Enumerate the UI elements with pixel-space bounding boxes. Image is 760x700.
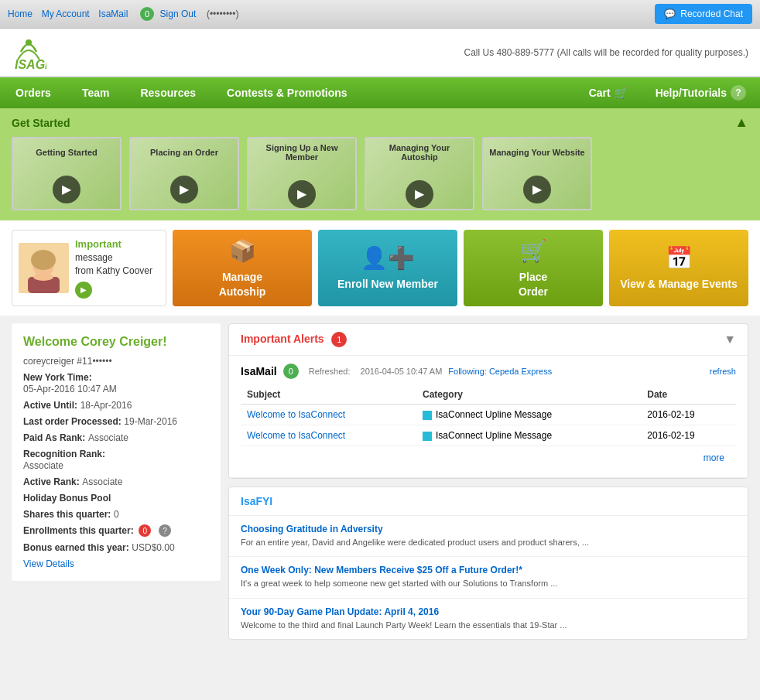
nav-right: Cart 🛒 Help/Tutorials ? bbox=[575, 77, 760, 108]
fyi-item: Your 90-Day Game Plan Update: April 4, 2… bbox=[229, 599, 748, 639]
signout-link[interactable]: Sign Out bbox=[160, 9, 197, 19]
col-subject: Subject bbox=[241, 385, 416, 405]
email-subject-1[interactable]: Welcome to IsaConnect bbox=[247, 430, 345, 441]
right-content: Important Alerts 1 ▼ IsaMail 0 Refreshed… bbox=[228, 323, 748, 640]
isamail-count-badge: 0 bbox=[140, 7, 154, 21]
video-label-4: Managing Your Website bbox=[485, 145, 588, 160]
promo-banner: Important messagefrom Kathy Coover ▶ bbox=[12, 230, 166, 306]
isamail-header: IsaMail 0 Refreshed: 2016-04-05 10:47 AM… bbox=[241, 364, 736, 379]
isafyi-section: IsaFYI Choosing Gratitude in Adversity F… bbox=[228, 487, 748, 640]
alerts-toggle[interactable]: ▼ bbox=[724, 333, 736, 347]
enrollments-help-icon[interactable]: ? bbox=[159, 524, 171, 537]
recognition-label: Recognition Rank: bbox=[23, 449, 105, 459]
top-bar: Home My Account IsaMail 0 Sign Out (••••… bbox=[0, 0, 760, 29]
welcome-message: Welcome Corey Creiger! bbox=[23, 335, 209, 349]
video-label-2: Signing Up a New Member bbox=[248, 140, 355, 165]
holiday-pool-label: Holiday Bonus Pool bbox=[23, 493, 111, 504]
recorded-chat-label: Recorded Chat bbox=[680, 9, 743, 19]
video-thumb-1[interactable]: Placing an Order ▶ bbox=[129, 137, 239, 210]
more-link[interactable]: more bbox=[704, 449, 736, 467]
cart-button[interactable]: Cart 🛒 bbox=[575, 79, 642, 107]
video-label-0: Getting Started bbox=[32, 145, 101, 160]
alerts-title: Important Alerts bbox=[241, 333, 324, 345]
nav-resources[interactable]: Resources bbox=[125, 79, 211, 107]
view-events-button[interactable]: 📅 View & Manage Events bbox=[609, 230, 748, 306]
fyi-items-container: Choosing Gratitude in Adversity For an e… bbox=[229, 516, 748, 639]
isafyi-header: IsaFYI bbox=[229, 487, 748, 516]
email-row: Welcome to IsaConnect IsaConnect Upline … bbox=[241, 404, 736, 425]
isamail-title: IsaMail bbox=[241, 365, 277, 377]
video-thumb-2[interactable]: Signing Up a New Member ▶ bbox=[247, 137, 357, 210]
enroll-label: Enroll New Member bbox=[337, 277, 438, 291]
help-button[interactable]: Help/Tutorials ? bbox=[642, 77, 760, 108]
get-started-toggle[interactable]: ▲ bbox=[734, 114, 748, 131]
myaccount-link[interactable]: My Account bbox=[42, 9, 90, 19]
category-dot-1 bbox=[423, 432, 432, 441]
fyi-desc-2: Welcome to the third and final Launch Pa… bbox=[241, 620, 736, 631]
video-thumb-3[interactable]: Managing Your Autoship ▶ bbox=[365, 137, 474, 210]
bonus-label: Bonus earned this year: bbox=[23, 542, 129, 553]
fyi-link-1[interactable]: One Week Only: New Members Receive $25 O… bbox=[241, 565, 736, 575]
nav-orders[interactable]: Orders bbox=[0, 79, 67, 107]
bonus-row: Bonus earned this year: USD$0.00 bbox=[23, 541, 209, 553]
play-icon-4: ▶ bbox=[523, 176, 551, 203]
last-order-label: Last order Processed: bbox=[23, 416, 122, 427]
autoship-icon: 📦 bbox=[229, 237, 256, 265]
main-nav: Orders Team Resources Contests & Promoti… bbox=[0, 77, 760, 108]
recorded-chat-button[interactable]: 💬 Recorded Chat bbox=[655, 4, 752, 24]
video-thumb-0[interactable]: Getting Started ▶ bbox=[12, 137, 122, 210]
following-link[interactable]: Following: Cepeda Express bbox=[448, 367, 552, 376]
fyi-desc-0: For an entire year, David and Angelike w… bbox=[241, 537, 736, 548]
sidebar: Welcome Corey Creiger! coreycreiger #11•… bbox=[12, 323, 221, 582]
manage-autoship-button[interactable]: 📦 ManageAutoship bbox=[173, 230, 312, 306]
promo-play-button[interactable]: ▶ bbox=[75, 282, 92, 299]
place-order-label: PlaceOrder bbox=[519, 270, 548, 298]
home-link[interactable]: Home bbox=[8, 9, 33, 19]
alerts-header: Important Alerts 1 ▼ bbox=[229, 324, 748, 356]
holiday-pool-row: Holiday Bonus Pool bbox=[23, 492, 209, 504]
main-content: Welcome Corey Creiger! coreycreiger #11•… bbox=[0, 316, 760, 647]
nav-team[interactable]: Team bbox=[67, 79, 125, 107]
nav-contests[interactable]: Contests & Promotions bbox=[211, 79, 363, 107]
fyi-link-0[interactable]: Choosing Gratitude in Adversity bbox=[241, 524, 736, 534]
enrollments-badge: 0 bbox=[139, 524, 151, 537]
header-phone: Call Us 480-889-5777 (All calls will be … bbox=[464, 47, 748, 58]
manage-autoship-label: ManageAutoship bbox=[219, 270, 266, 298]
get-started-header: Get Started ▲ bbox=[12, 114, 748, 131]
svg-text:ISAGENIX: ISAGENIX bbox=[15, 58, 46, 70]
bonus-value: USD$0.00 bbox=[132, 542, 174, 553]
fyi-link-2[interactable]: Your 90-Day Game Plan Update: April 4, 2… bbox=[241, 606, 736, 617]
events-icon: 📅 bbox=[666, 244, 693, 272]
shares-row: Shares this quarter: 0 bbox=[23, 508, 209, 520]
username-row: coreycreiger #11•••••• bbox=[23, 355, 209, 367]
cart-icon: 🛒 bbox=[615, 87, 628, 99]
isamail-refreshed-time: 2016-04-05 10:47 AM bbox=[361, 367, 443, 376]
alerts-title-area: Important Alerts 1 bbox=[241, 332, 347, 347]
paid-as-value: Associate bbox=[88, 432, 128, 443]
enroll-member-button[interactable]: 👤➕ Enroll New Member bbox=[318, 230, 457, 306]
view-details-link[interactable]: View Details bbox=[23, 558, 74, 569]
get-started-title[interactable]: Get Started bbox=[12, 117, 70, 129]
alerts-section: Important Alerts 1 ▼ IsaMail 0 Refreshed… bbox=[228, 323, 748, 479]
isamail-link[interactable]: IsaMail bbox=[98, 9, 128, 19]
play-icon-2: ▶ bbox=[288, 180, 316, 208]
email-subject-0[interactable]: Welcome to IsaConnect bbox=[247, 409, 345, 420]
email-category-1: IsaConnect Upline Message bbox=[436, 430, 552, 441]
isamail-refreshed-label: Refreshed: bbox=[309, 367, 351, 376]
video-grid: Getting Started ▶ Placing an Order ▶ Sig… bbox=[12, 137, 748, 214]
cart-label: Cart bbox=[589, 87, 611, 99]
isamail-badge: 0 bbox=[283, 364, 299, 379]
active-rank-row: Active Rank: Associate bbox=[23, 476, 209, 487]
refresh-link[interactable]: refresh bbox=[710, 367, 736, 376]
video-thumb-4[interactable]: Managing Your Website ▶ bbox=[482, 137, 592, 210]
place-order-button[interactable]: 🛒 PlaceOrder bbox=[464, 230, 603, 306]
chat-icon: 💬 bbox=[664, 9, 676, 19]
isamail-section: IsaMail 0 Refreshed: 2016-04-05 10:47 AM… bbox=[229, 356, 748, 478]
help-icon: ? bbox=[731, 85, 746, 101]
timezone-label: New York Time: bbox=[23, 372, 92, 383]
timezone-row: New York Time: 05-Apr-2016 10:47 AM bbox=[23, 371, 209, 394]
active-until-label: Active Until: bbox=[23, 400, 77, 411]
recognition-value: Associate bbox=[23, 460, 63, 471]
events-label: View & Manage Events bbox=[620, 277, 737, 291]
fyi-item: One Week Only: New Members Receive $25 O… bbox=[229, 557, 748, 598]
